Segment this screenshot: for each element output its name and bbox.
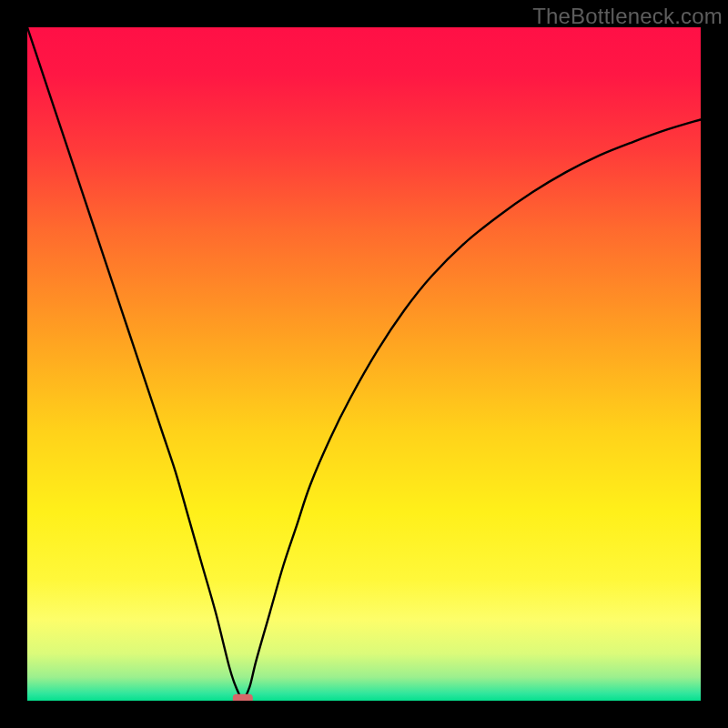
chart-svg xyxy=(27,27,701,701)
watermark-text: TheBottleneck.com xyxy=(532,4,723,29)
plot-area xyxy=(27,27,701,701)
gradient-background xyxy=(27,27,701,701)
optimal-point-marker xyxy=(233,694,253,701)
chart-frame: TheBottleneck.com xyxy=(0,0,728,728)
